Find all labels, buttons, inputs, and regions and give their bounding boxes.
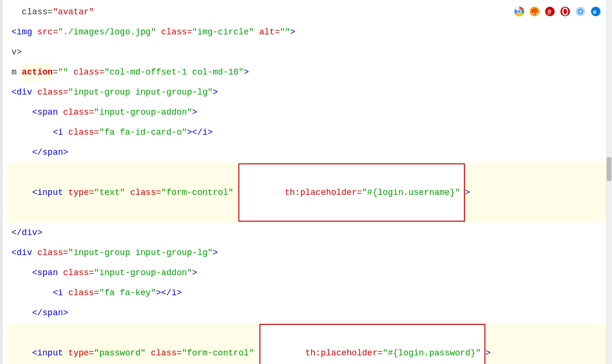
- code-line-12: <span class= "input-group-addon" >: [7, 263, 612, 283]
- code-line-8: </span>: [7, 142, 612, 162]
- code-line-5: <div class= "input-group input-group-lg"…: [7, 82, 612, 102]
- code-text: [11, 284, 53, 302]
- input-keyword: <input: [32, 183, 63, 202]
- code-text: <i: [53, 284, 63, 302]
- code-text: [11, 183, 32, 202]
- code-line-4: m action="" class="col-md-offset-1 col-m…: [7, 62, 612, 82]
- code-text: src=: [32, 23, 58, 41]
- pale-icon[interactable]: [574, 5, 587, 18]
- code-text: </span>: [32, 143, 68, 161]
- code-text: class=: [32, 244, 68, 262]
- code-text: >: [213, 83, 218, 101]
- code-text: class=: [11, 3, 53, 21]
- code-text: "input-group-addon": [94, 264, 192, 282]
- svg-text:@: @: [548, 9, 551, 16]
- chrome-icon[interactable]: [513, 5, 526, 18]
- code-text: v>: [11, 43, 22, 61]
- code-text: class=: [68, 63, 105, 81]
- code-text: >: [192, 103, 197, 121]
- code-line-2: <img src= "./images/logo.jpg" class= "im…: [7, 22, 612, 42]
- code-text: [11, 264, 32, 282]
- code-text: ></i>: [156, 284, 182, 302]
- code-text: class=: [146, 344, 182, 362]
- code-text: =: [53, 63, 58, 81]
- code-text: class=: [125, 183, 161, 202]
- svg-text:e: e: [593, 9, 597, 16]
- code-text: "": [58, 63, 68, 81]
- code-line-15: <input type= "password" class= "form-con…: [7, 323, 612, 364]
- code-text: <div: [11, 244, 32, 262]
- code-text: "form-control": [182, 344, 254, 362]
- scrollbar-thumb[interactable]: [607, 157, 612, 181]
- username-placeholder-box: th:placeholder="#{login.username}": [238, 163, 465, 222]
- code-text: th:placeholder=: [285, 188, 362, 197]
- code-text: "input-group input-group-lg": [68, 83, 213, 101]
- code-text: "text": [94, 183, 125, 202]
- code-text: [11, 103, 32, 121]
- code-text: "./images/logo.jpg": [58, 23, 156, 41]
- code-text: "#{login.username}": [362, 188, 460, 197]
- code-text: >: [213, 244, 218, 262]
- code-text: "": [280, 23, 290, 41]
- code-text: </span>: [32, 304, 68, 322]
- code-text: >: [485, 344, 491, 362]
- code-text: <span: [32, 264, 58, 282]
- code-text: alt=: [254, 23, 280, 41]
- code-text: <span: [32, 103, 58, 121]
- code-text: >: [192, 264, 197, 282]
- password-placeholder-box: th:placeholder="#{login.password}": [259, 324, 486, 364]
- code-text: class=: [63, 123, 99, 141]
- code-text: "col-md-offset-1 col-md-10": [104, 63, 244, 81]
- code-text: [234, 183, 239, 202]
- edge-icon[interactable]: e: [589, 5, 602, 18]
- code-text: "#{login.password}": [383, 348, 481, 358]
- code-line-6: <span class= "input-group-addon" >: [7, 102, 612, 122]
- svg-text:🦊: 🦊: [532, 8, 539, 16]
- left-gutter: [0, 0, 3, 364]
- code-text: >: [244, 63, 249, 81]
- code-text: class=: [58, 264, 94, 282]
- code-text: <i: [53, 123, 63, 141]
- svg-point-14: [579, 10, 582, 13]
- code-text: <img: [11, 23, 32, 41]
- code-text: th:placeholder=: [305, 348, 383, 358]
- code-content: class="avatar" <img src= "./images/logo.…: [0, 0, 612, 364]
- code-text: "form-control": [161, 183, 233, 202]
- code-text: "fa fa-id-card-o": [99, 123, 187, 141]
- code-text: [254, 344, 259, 362]
- code-text: [11, 143, 32, 161]
- code-text: "input-group input-group-lg": [68, 244, 213, 262]
- code-text: class=: [32, 83, 68, 101]
- code-text: type=: [63, 344, 94, 362]
- code-text: type=: [63, 183, 94, 202]
- scrollbar-track[interactable]: [606, 0, 612, 364]
- code-text: m: [11, 63, 22, 81]
- code-text: class=: [156, 23, 192, 41]
- browser3-icon[interactable]: @: [543, 5, 557, 18]
- code-text: </div>: [11, 224, 43, 242]
- code-text: class=: [58, 103, 94, 121]
- input-password-keyword: <input: [32, 344, 63, 362]
- code-line-3: v>: [7, 42, 612, 62]
- code-text: "input-group-addon": [94, 103, 192, 121]
- code-text: [11, 344, 32, 362]
- code-text: "password": [94, 344, 146, 362]
- code-text: <div: [11, 83, 32, 101]
- code-text: [11, 123, 53, 141]
- code-text: >: [465, 183, 470, 202]
- code-line-11: <div class= "input-group input-group-lg"…: [7, 243, 612, 263]
- action-highlight: action: [22, 63, 53, 81]
- code-text: "avatar": [53, 3, 94, 21]
- code-line-13: <i class= "fa fa-key" ></i>: [7, 283, 612, 303]
- browser-toolbar: 🦊 @: [513, 5, 602, 18]
- code-line-7: <i class= "fa fa-id-card-o" ></i>: [7, 122, 612, 142]
- code-text: "img-circle": [192, 23, 254, 41]
- code-text: >: [290, 23, 295, 41]
- svg-point-3: [518, 11, 521, 13]
- code-text: "fa fa-key": [99, 284, 156, 302]
- code-text: [11, 304, 32, 322]
- code-line-9: <input type= "text" class= "form-control…: [7, 162, 612, 223]
- firefox-icon[interactable]: 🦊: [528, 5, 541, 18]
- opera-icon[interactable]: [558, 5, 572, 18]
- code-text: ></i>: [187, 123, 213, 141]
